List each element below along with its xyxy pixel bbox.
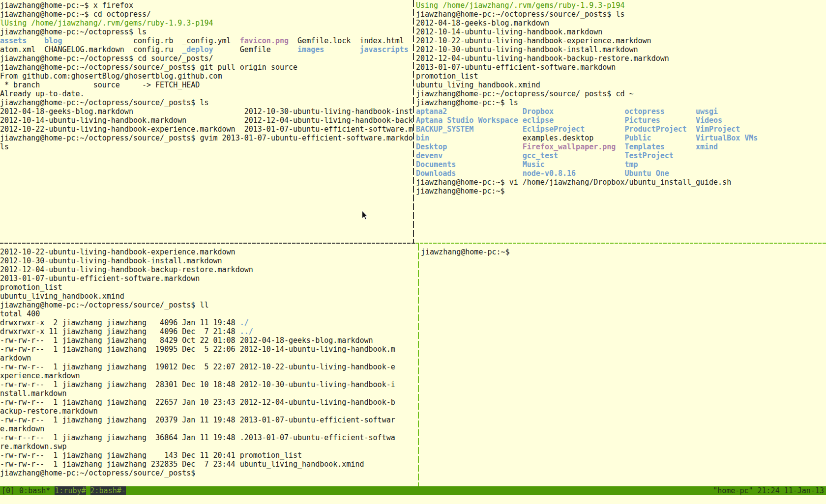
terminal-pane-bottom-left[interactable]: 2012-10-22-ubuntu-living-handbook-experi… bbox=[0, 248, 415, 486]
mouse-cursor-icon bbox=[361, 210, 368, 221]
terminal-line: jiawzhang@home-pc:~/octopress/source/_po… bbox=[0, 63, 297, 72]
status-right-host-clock: "home-pc" 21:24 11-Jan-13 bbox=[713, 486, 824, 495]
terminal-line: -rw-rw-r-- 1 jiawzhang jiawzhang 232835 … bbox=[0, 460, 364, 469]
terminal-line: drwxrwxr-x 11 jiawzhang jiawzhang 4096 D… bbox=[0, 327, 253, 336]
terminal-line: Documents Music tmp bbox=[416, 160, 638, 169]
terminal-line: 2012-12-04-ubuntu-living-handbook-backup… bbox=[416, 54, 669, 63]
pane-border-vertical-bottom-active bbox=[418, 244, 419, 486]
terminal-line: 2013-01-07-ubuntu-efficient-software.mar… bbox=[416, 63, 616, 72]
terminal-line: jiawzhang@home-pc:~/octopress/source/_po… bbox=[416, 10, 624, 19]
terminal-line: Already up-to-date. bbox=[0, 89, 85, 98]
status-window-2[interactable]: 2:bash#- bbox=[90, 486, 126, 495]
terminal-line: jiawzhang@home-pc:~/octopress/source/_po… bbox=[0, 134, 413, 142]
terminal-line: Downloads node-v0.8.16 Ubuntu One bbox=[416, 169, 669, 178]
terminal-line: ubuntu_living_handbook.xmind bbox=[0, 292, 124, 301]
terminal-line: -rw-r--r-- 1 jiawzhang jiawzhang 36864 J… bbox=[0, 433, 395, 442]
terminal-line: re.markdown.swp bbox=[0, 442, 66, 451]
terminal-line: jiawzhang@home-pc:~$ cd octopress/ bbox=[0, 10, 151, 19]
terminal-line: Using /home/jiawzhang/.rvm/gems/ruby-1.9… bbox=[416, 1, 624, 10]
terminal-line: -rw-rw-r-- 1 jiawzhang jiawzhang 19095 D… bbox=[0, 345, 395, 354]
terminal-line: 2012-10-14-ubuntu-living-handbook.markdo… bbox=[0, 116, 413, 125]
terminal-line: -rw-rw-r-- 1 jiawzhang jiawzhang 22657 J… bbox=[0, 398, 395, 407]
terminal-line: promotion_list bbox=[0, 283, 62, 292]
terminal-line: -rw-rw-r-- 1 jiawzhang jiawzhang 28301 D… bbox=[0, 380, 395, 389]
terminal-line: ubuntu_living_handbook.xmind bbox=[416, 81, 540, 89]
terminal-line: -rw-rw-r-- 1 jiawzhang jiawzhang 143 Dec… bbox=[0, 451, 302, 460]
terminal-line: assets blog config.rb _config.yml favico… bbox=[0, 36, 404, 45]
tmux-status-bar: [0] 0:bash*1:ruby#2:bash#- "home-pc" 21:… bbox=[0, 486, 826, 495]
terminal-line: aptana2 Dropbox octopress uwsgi bbox=[416, 107, 718, 116]
terminal-line: jiawzhang@home-pc:~/octopress$ ls bbox=[0, 28, 147, 36]
terminal-line: jiawzhang@home-pc:~$ x firefox bbox=[0, 1, 133, 10]
terminal-line: atom.xml CHANGELOG.markdown config.ru _d… bbox=[0, 45, 409, 54]
terminal-line: jiawzhang@home-pc:~/octopress/source/_po… bbox=[0, 469, 195, 477]
terminal-line: 2012-10-22-ubuntu-living-handbook-experi… bbox=[0, 125, 413, 134]
terminal-line: * branch source -> FETCH_HEAD bbox=[0, 81, 200, 89]
terminal-line: total 400 bbox=[0, 309, 40, 318]
terminal-line: xperience.markdown bbox=[0, 371, 80, 380]
status-window-1[interactable]: 1:ruby# bbox=[55, 486, 86, 495]
terminal-line: 2012-10-30-ubuntu-living-handbook-instal… bbox=[0, 256, 222, 265]
terminal-line: promotion_list bbox=[416, 72, 478, 81]
terminal-line: BACKUP_SYSTEM EclipseProject ProductProj… bbox=[416, 125, 740, 134]
terminal-line: jiawzhang@home-pc:~$ ls bbox=[416, 98, 518, 107]
terminal-line: jiawzhang@home-pc:~$ bbox=[416, 187, 505, 196]
session-index: [0] bbox=[1, 486, 15, 495]
terminal-line: Desktop Firefox_wallpaper.png Templates … bbox=[416, 142, 718, 151]
terminal-line: nstall.markdown bbox=[0, 389, 66, 398]
terminal-line: jiawzhang@home-pc:~/octopress/source/_po… bbox=[0, 98, 208, 107]
terminal-line: -rw-rw-r-- 1 jiawzhang jiawzhang 8429 Oc… bbox=[0, 336, 373, 345]
terminal-line: 2012-10-30-ubuntu-living-handbook-instal… bbox=[416, 45, 638, 54]
terminal-line: lUsing /home/jiawzhang/.rvm/gems/ruby-1.… bbox=[0, 19, 213, 28]
terminal-line: From github.com:ghosertBlog/ghosertblog.… bbox=[0, 72, 222, 81]
status-left: [0] 0:bash*1:ruby#2:bash#- bbox=[1, 486, 126, 495]
terminal-line: -rw-rw-r-- 1 jiawzhang jiawzhang 19012 D… bbox=[0, 363, 395, 371]
terminal-line: 2012-10-14-ubuntu-living-handbook.markdo… bbox=[416, 28, 602, 36]
terminal-line: 2012-10-22-ubuntu-living-handbook-experi… bbox=[0, 248, 236, 256]
terminal-line: 2013-01-07-ubuntu-efficient-software.mar… bbox=[0, 274, 200, 283]
pane-border-horizontal-right-active bbox=[415, 243, 826, 244]
terminal-line: arkdown bbox=[0, 354, 31, 363]
terminal-line: jiawzhang@home-pc:~/octopress/source/_po… bbox=[0, 301, 208, 309]
pane-border-vertical-top bbox=[413, 0, 414, 243]
terminal-line: Aptana Studio Workspace eclipse Pictures… bbox=[416, 116, 722, 125]
terminal-line: -rw-rw-r-- 1 jiawzhang jiawzhang 20379 J… bbox=[0, 416, 395, 424]
terminal-line: bin examples.desktop Public VirtualBox V… bbox=[416, 134, 758, 142]
terminal-pane-bottom-right[interactable]: jiawzhang@home-pc:~$ bbox=[421, 248, 826, 486]
terminal-pane-top-left[interactable]: jiawzhang@home-pc:~$ x firefoxjiawzhang@… bbox=[0, 1, 413, 243]
terminal-line: 2012-04-18-geeks-blog.markdown bbox=[416, 19, 549, 28]
terminal-pane-top-right[interactable]: Using /home/jiawzhang/.rvm/gems/ruby-1.9… bbox=[416, 1, 826, 243]
terminal-line: 2012-04-18-geeks-blog.markdown 2012-10-3… bbox=[0, 107, 413, 116]
terminal-line: drwxrwxr-x 2 jiawzhang jiawzhang 4096 Ja… bbox=[0, 318, 249, 327]
terminal-line: 2012-12-04-ubuntu-living-handbook-backup… bbox=[0, 265, 253, 274]
terminal-line: jiawzhang@home-pc:~$ bbox=[421, 248, 510, 256]
terminal-line: devenv gcc_test TestProject bbox=[416, 151, 674, 160]
terminal-line: jiawzhang@home-pc:~$ vi /home/jiawzhang/… bbox=[416, 178, 731, 187]
terminal-line: e.markdown bbox=[0, 424, 44, 433]
tmux-terminal-screen: { "palette":{ "background":"#ffffdc","fo… bbox=[0, 0, 826, 504]
pane-border-horizontal-left bbox=[0, 243, 415, 244]
terminal-line: ls bbox=[0, 142, 9, 151]
terminal-line: ackup-restore.markdown bbox=[0, 407, 98, 416]
terminal-line: 2012-10-22-ubuntu-living-handbook-experi… bbox=[416, 36, 651, 45]
terminal-line: jiawzhang@home-pc:~/octopress$ cd source… bbox=[0, 54, 213, 63]
terminal-line: jiawzhang@home-pc:~/octopress/source/_po… bbox=[416, 89, 634, 98]
status-window-0[interactable]: 0:bash* bbox=[19, 486, 50, 495]
